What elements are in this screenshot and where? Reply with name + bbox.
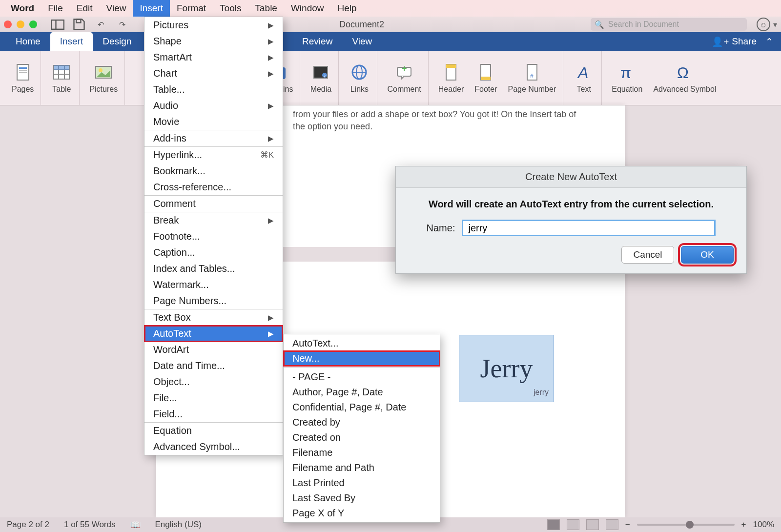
insert-menu-shape[interactable]: Shape▶ (144, 33, 283, 49)
status-page[interactable]: Page 2 of 2 (7, 520, 49, 530)
zoom-slider[interactable] (637, 524, 735, 526)
menu-view[interactable]: View (100, 0, 133, 17)
insert-menu-hyperlink-[interactable]: Hyperlink...⌘K (144, 146, 283, 163)
sidebar-toggle-icon[interactable] (51, 19, 64, 30)
insert-menu-movie[interactable]: Movie (144, 114, 283, 130)
menu-window[interactable]: Window (284, 0, 331, 17)
ribbon-symbol[interactable]: ΩAdvanced Symbol (653, 62, 716, 94)
spellcheck-icon[interactable]: 📖 (130, 520, 141, 530)
svg-text:+: + (402, 63, 407, 73)
menu-insert[interactable]: Insert (133, 0, 170, 17)
insert-menu-chart[interactable]: Chart▶ (144, 65, 283, 82)
autotext-item-created-on[interactable]: Created on (284, 430, 440, 445)
insert-menu-date-and-time-[interactable]: Date and Time... (144, 358, 283, 374)
collapse-ribbon-icon[interactable]: ⌃ (765, 36, 773, 47)
insert-menu-text-box[interactable]: Text Box▶ (144, 309, 283, 326)
tab-review[interactable]: Review (292, 32, 342, 51)
signature-selection[interactable]: Jerry jerry (459, 335, 554, 402)
insert-dropdown-menu: Pictures▶Shape▶SmartArt▶Chart▶Table...Au… (144, 17, 283, 455)
insert-menu-add-ins[interactable]: Add-ins▶ (144, 130, 283, 146)
status-words[interactable]: 1 of 55 Words (64, 520, 116, 530)
share-button[interactable]: 👤+ Share (712, 36, 757, 47)
autotext-item-created-by[interactable]: Created by (284, 415, 440, 430)
ribbon-links[interactable]: Links (349, 62, 370, 94)
insert-menu-caption-[interactable]: Caption... (144, 245, 283, 261)
insert-menu-bookmark-[interactable]: Bookmark... (144, 163, 283, 179)
insert-menu-index-and-tables-[interactable]: Index and Tables... (144, 261, 283, 277)
insert-menu-break[interactable]: Break▶ (144, 212, 283, 228)
view-web-layout[interactable] (567, 519, 579, 530)
autotext-item-author-page-date[interactable]: Author, Page #, Date (284, 385, 440, 400)
insert-menu-footnote-[interactable]: Footnote... (144, 228, 283, 245)
tab-home[interactable]: Home (6, 32, 50, 51)
close-window[interactable] (4, 20, 12, 28)
insert-menu-table-[interactable]: Table... (144, 82, 283, 98)
ribbon-equation[interactable]: πEquation (612, 62, 642, 94)
insert-menu-file-[interactable]: File... (144, 390, 283, 406)
ribbon-insert: Pages Table Pictures Add-ins ♪Media Link… (0, 51, 781, 105)
zoom-out-button[interactable]: − (625, 520, 630, 530)
feedback-dropdown-icon[interactable]: ▾ (773, 20, 777, 29)
insert-menu-audio[interactable]: Audio▶ (144, 98, 283, 114)
view-print-layout[interactable] (547, 519, 560, 530)
insert-menu-cross-reference-[interactable]: Cross-reference... (144, 179, 283, 195)
autotext-item-new-[interactable]: New... (284, 351, 440, 366)
autotext-item-last-saved-by[interactable]: Last Saved By (284, 491, 440, 506)
autotext-item-autotext-[interactable]: AutoText... (284, 336, 440, 351)
insert-menu-autotext[interactable]: AutoText▶ (144, 326, 283, 342)
maximize-window[interactable] (29, 20, 37, 28)
ribbon-page-number[interactable]: #Page Number (508, 62, 556, 94)
tab-design[interactable]: Design (93, 32, 141, 51)
signature-text: Jerry (480, 353, 533, 384)
tab-insert[interactable]: Insert (50, 32, 93, 51)
autotext-item--page-[interactable]: - PAGE - (284, 368, 440, 385)
ribbon-pictures[interactable]: Pictures (89, 62, 118, 94)
minimize-window[interactable] (17, 20, 24, 28)
zoom-in-button[interactable]: + (741, 520, 746, 530)
undo-icon[interactable]: ↶ (94, 19, 107, 30)
autotext-item-filename-and-path[interactable]: Filename and Path (284, 460, 440, 475)
redo-icon[interactable]: ↷ (115, 19, 129, 30)
ribbon-media[interactable]: ♪Media (310, 62, 331, 94)
autotext-item-last-printed[interactable]: Last Printed (284, 475, 440, 491)
insert-menu-comment[interactable]: Comment (144, 195, 283, 212)
insert-menu-field-[interactable]: Field... (144, 406, 283, 422)
insert-menu-page-numbers-[interactable]: Page Numbers... (144, 293, 283, 309)
menu-edit[interactable]: Edit (70, 0, 100, 17)
view-outline[interactable] (586, 519, 599, 530)
ribbon-header[interactable]: Header (438, 62, 464, 94)
insert-menu-object-[interactable]: Object... (144, 374, 283, 390)
ribbon-table[interactable]: Table (51, 62, 72, 94)
autotext-item-confidential-page-date[interactable]: Confidential, Page #, Date (284, 400, 440, 415)
autotext-item-filename[interactable]: Filename (284, 445, 440, 460)
menu-table[interactable]: Table (248, 0, 284, 17)
insert-menu-equation[interactable]: Equation (144, 422, 283, 439)
ribbon-footer[interactable]: Footer (474, 62, 497, 94)
svg-rect-5 (19, 70, 27, 71)
view-draft[interactable] (606, 519, 618, 530)
name-input[interactable] (462, 220, 716, 236)
status-language[interactable]: English (US) (155, 520, 202, 530)
share-icon: 👤+ (712, 36, 729, 47)
menu-tools[interactable]: Tools (213, 0, 248, 17)
insert-menu-wordart[interactable]: WordArt (144, 342, 283, 358)
insert-menu-smartart[interactable]: SmartArt▶ (144, 49, 283, 65)
insert-menu-advanced-symbol-[interactable]: Advanced Symbol... (144, 439, 283, 455)
ribbon-pages[interactable]: Pages (12, 62, 34, 94)
autotext-item-page-x-of-y[interactable]: Page X of Y (284, 506, 440, 521)
menu-help[interactable]: Help (331, 0, 364, 17)
search-input[interactable]: 🔍 Search in Document (591, 18, 747, 31)
save-icon[interactable] (72, 19, 86, 30)
feedback-icon[interactable]: ☺ (757, 18, 770, 31)
footer-icon (475, 62, 496, 82)
insert-menu-pictures[interactable]: Pictures▶ (144, 17, 283, 33)
insert-menu-watermark-[interactable]: Watermark... (144, 277, 283, 293)
tab-view[interactable]: View (342, 32, 382, 51)
zoom-level[interactable]: 100% (753, 520, 774, 530)
menu-format[interactable]: Format (170, 0, 213, 17)
ok-button[interactable]: OK (681, 246, 734, 264)
cancel-button[interactable]: Cancel (621, 246, 674, 264)
ribbon-text[interactable]: AText (573, 62, 595, 94)
ribbon-comment[interactable]: +Comment (387, 62, 421, 94)
menu-file[interactable]: File (41, 0, 70, 17)
